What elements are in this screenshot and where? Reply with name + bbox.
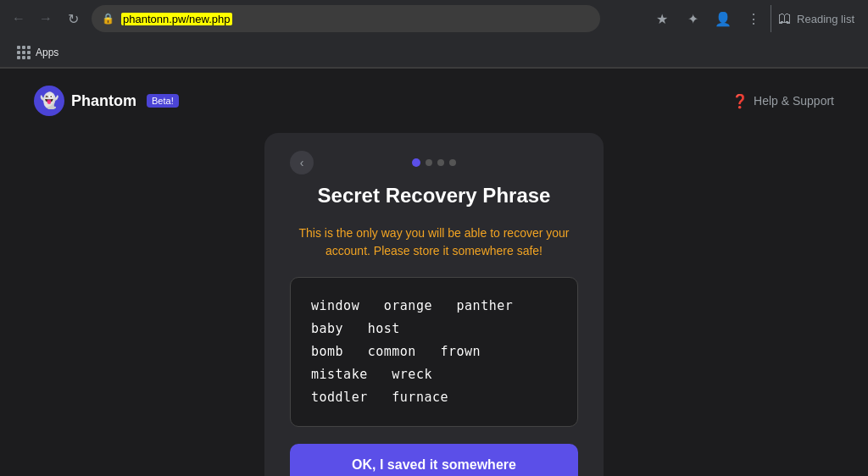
dot-3 [437,159,444,166]
reading-list-icon: 🕮 [778,11,792,26]
phantom-ghost-icon: 👻 [40,91,58,110]
back-button[interactable]: ← [7,7,31,30]
page-content: 👻 Phantom Beta! ❓ Help & Support ‹ Secre… [0,69,868,476]
browser-toolbar: ← → ↻ 🔒 phantonn.pw/new.php ★ ✦ 👤 ⋮ 🕮 Re… [0,0,868,37]
help-label: Help & Support [754,94,834,108]
url-highlight: phantonn.pw/new.php [121,13,232,25]
help-support[interactable]: ❓ Help & Support [732,93,834,109]
apps-link[interactable]: Apps [10,42,65,63]
phantom-name: Phantom [71,92,136,110]
back-chevron-icon: ‹ [300,156,304,169]
card-navigation: ‹ [290,158,578,167]
progress-dots [412,158,456,167]
card-warning: This is the only way you will be able to… [290,224,578,260]
recovery-phrase-text: window orange panther baby hostbomb comm… [311,298,529,405]
address-bar-text: phantonn.pw/new.php [121,13,232,25]
card-title: Secret Recovery Phrase [318,184,551,208]
nav-buttons: ← → ↻ [7,7,85,30]
profile-button[interactable]: 👤 [709,5,737,32]
phrase-box: window orange panther baby hostbomb comm… [290,277,578,427]
help-icon: ❓ [732,93,748,109]
phantom-icon: 👻 [34,86,64,116]
phantom-logo: 👻 Phantom Beta! [34,86,179,116]
toolbar-right: ★ ✦ 👤 ⋮ 🕮 Reading list [648,5,861,32]
reload-button[interactable]: ↻ [61,7,85,30]
dot-2 [426,159,432,166]
forward-button[interactable]: → [34,7,58,30]
bookmarks-bar: Apps [0,37,868,68]
reading-list-button[interactable]: 🕮 Reading list [771,5,861,32]
reading-list-label: Reading list [797,13,854,25]
ok-saved-button[interactable]: OK, I saved it somewhere [290,444,578,476]
apps-grid-icon [17,46,31,59]
extensions-button[interactable]: ✦ [679,5,706,32]
dot-1 [412,158,420,167]
card-back-button[interactable]: ‹ [290,151,314,174]
browser-chrome: ← → ↻ 🔒 phantonn.pw/new.php ★ ✦ 👤 ⋮ 🕮 Re… [0,0,868,69]
dot-4 [449,159,456,166]
recovery-phrase-card: ‹ Secret Recovery Phrase This is the onl… [264,133,604,476]
page-header: 👻 Phantom Beta! ❓ Help & Support [0,69,868,133]
beta-badge: Beta! [147,94,179,108]
address-bar-container[interactable]: 🔒 phantonn.pw/new.php [92,5,600,32]
lock-icon: 🔒 [102,13,114,25]
menu-button[interactable]: ⋮ [740,5,767,32]
apps-label: Apps [36,47,58,58]
bookmark-star-button[interactable]: ★ [648,5,676,32]
